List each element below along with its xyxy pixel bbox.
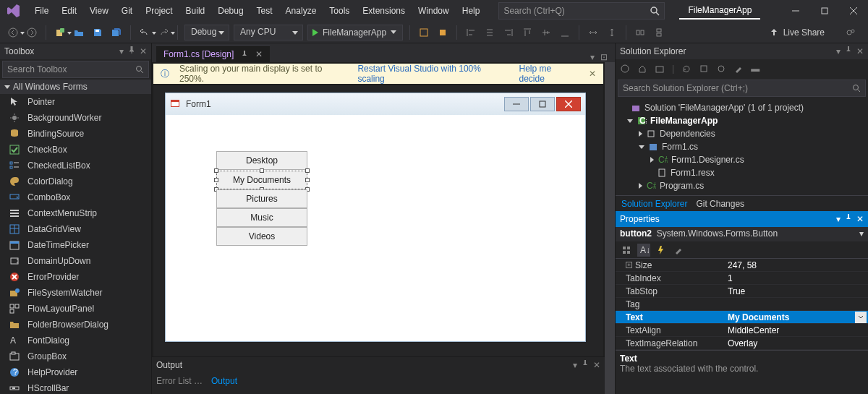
menu-extensions[interactable]: Extensions bbox=[357, 3, 411, 19]
form-button-videos[interactable]: Videos bbox=[216, 227, 307, 246]
toolbox-item-checkbox[interactable]: CheckBox bbox=[0, 142, 151, 158]
open-button[interactable] bbox=[72, 25, 86, 40]
solution-explorer-search[interactable]: Search Solution Explorer (Ctrl+;) bbox=[618, 80, 866, 97]
platform-combo[interactable]: Any CPU bbox=[234, 25, 303, 40]
dependencies-node[interactable]: Dependencies bbox=[616, 127, 868, 140]
property-value[interactable]: My Documents bbox=[728, 311, 868, 323]
output-tab[interactable]: Output bbox=[211, 376, 237, 386]
se-home2-icon[interactable] bbox=[637, 64, 647, 74]
toolbox-item-datetimepicker[interactable]: DateTimePicker bbox=[0, 237, 151, 253]
se-showall-icon[interactable] bbox=[716, 64, 726, 74]
save-all-button[interactable] bbox=[109, 25, 124, 40]
property-row-textalign[interactable]: TextAlignMiddleCenter bbox=[616, 324, 868, 337]
config-combo[interactable]: Debug bbox=[184, 25, 229, 40]
align-left-button[interactable] bbox=[464, 25, 478, 40]
dropdown-icon[interactable]: ▾ bbox=[573, 360, 577, 370]
form-button-pictures[interactable]: Pictures bbox=[216, 189, 307, 208]
menu-debug[interactable]: Debug bbox=[212, 3, 249, 19]
toolbox-item-colordialog[interactable]: ColorDialog bbox=[0, 174, 151, 189]
close-icon[interactable]: ✕ bbox=[140, 46, 147, 56]
menu-view[interactable]: View bbox=[84, 3, 114, 19]
menu-test[interactable]: Test bbox=[251, 3, 278, 19]
solution-node[interactable]: Solution 'FileManagerApp' (1 of 1 projec… bbox=[616, 101, 868, 114]
close-infobar-icon[interactable]: ✕ bbox=[589, 69, 596, 79]
se-sync-icon[interactable] bbox=[655, 64, 665, 74]
align-middle-button[interactable] bbox=[539, 25, 553, 40]
close-button[interactable] bbox=[839, 1, 868, 21]
menu-build[interactable]: Build bbox=[180, 3, 211, 19]
pin-icon[interactable] bbox=[582, 360, 589, 370]
new-item-button[interactable] bbox=[53, 25, 67, 40]
live-share-button[interactable]: Live Share bbox=[769, 27, 825, 38]
toolbox-item-checkedlistbox[interactable]: CheckedListBox bbox=[0, 158, 151, 174]
solution-name-display[interactable]: FileManagerApp bbox=[679, 2, 760, 20]
toolbox-item-datagridview[interactable]: DataGridView bbox=[0, 221, 151, 237]
feedback-button[interactable] bbox=[843, 25, 858, 40]
panel-tab[interactable]: Git Changes bbox=[696, 199, 744, 209]
property-row-tabstop[interactable]: TabStopTrue bbox=[616, 285, 868, 298]
toolbox-item-hscrollbar[interactable]: HScrollBar bbox=[0, 380, 151, 394]
property-value[interactable] bbox=[728, 298, 868, 310]
nav-fwd-button[interactable] bbox=[25, 25, 39, 40]
selection-handle[interactable] bbox=[260, 168, 264, 173]
toolbox-category[interactable]: All Windows Forms bbox=[0, 80, 151, 94]
menu-help[interactable]: Help bbox=[456, 3, 486, 19]
align-top-button[interactable] bbox=[520, 25, 535, 40]
categorized-icon[interactable] bbox=[620, 244, 633, 257]
hspace-button[interactable] bbox=[586, 25, 600, 40]
output-tab[interactable]: Error List … bbox=[156, 376, 203, 386]
minimize-button[interactable] bbox=[781, 1, 810, 21]
menu-project[interactable]: Project bbox=[140, 3, 178, 19]
toolbox-item-groupbox[interactable]: GroupBox bbox=[0, 348, 151, 364]
property-value[interactable]: True bbox=[728, 285, 868, 297]
se-refresh-icon[interactable] bbox=[681, 64, 692, 74]
selection-handle[interactable] bbox=[305, 168, 310, 173]
property-pages-icon[interactable] bbox=[672, 244, 685, 257]
tab-dropdown-icon[interactable]: ▾ bbox=[590, 52, 595, 62]
menu-tools[interactable]: Tools bbox=[323, 3, 355, 19]
toolbox-item-errorprovider[interactable]: ErrorProvider bbox=[0, 269, 151, 285]
expand-icon[interactable]: + bbox=[626, 262, 632, 268]
pin-icon[interactable] bbox=[845, 214, 852, 224]
maximize-pane-icon[interactable]: ⊡ bbox=[600, 52, 608, 62]
toolbox-item-folderbrowserdialog[interactable]: FolderBrowserDialog bbox=[0, 317, 151, 333]
menu-file[interactable]: File bbox=[29, 3, 54, 19]
toolbox-item-filesystemwatcher[interactable]: FileSystemWatcher bbox=[0, 285, 151, 301]
property-value[interactable]: 247, 58 bbox=[728, 259, 868, 271]
form-designer-surface[interactable]: Form1 DesktopMy DocumentsPicturesMusicVi… bbox=[153, 85, 603, 356]
restart-scaling-link[interactable]: Restart Visual Studio with 100% scaling bbox=[357, 64, 509, 84]
alphabetical-icon[interactable]: A↓ bbox=[637, 244, 650, 257]
dropdown-icon[interactable]: ▾ bbox=[836, 214, 841, 224]
dropdown-icon[interactable]: ▾ bbox=[836, 46, 841, 56]
toolbox-item-fontdialog[interactable]: AFontDialog bbox=[0, 333, 151, 348]
property-row-textimagerelation[interactable]: TextImageRelationOverlay bbox=[616, 337, 868, 350]
form-max-button[interactable] bbox=[530, 97, 555, 111]
menu-edit[interactable]: Edit bbox=[56, 3, 82, 19]
property-value[interactable]: MiddleCenter bbox=[728, 324, 868, 336]
form-close-button[interactable] bbox=[556, 97, 581, 111]
toolbox-item-backgroundworker[interactable]: BackgroundWorker bbox=[0, 110, 151, 126]
close-icon[interactable]: ✕ bbox=[856, 46, 864, 56]
tool-btn-b[interactable] bbox=[435, 25, 450, 40]
undo-button[interactable] bbox=[137, 25, 152, 40]
se-properties-icon[interactable] bbox=[733, 64, 744, 74]
selection-handle[interactable] bbox=[305, 178, 310, 182]
form1-resx-node[interactable]: Form1.resx bbox=[616, 166, 868, 179]
property-value[interactable]: Overlay bbox=[728, 337, 868, 349]
menu-git[interactable]: Git bbox=[116, 3, 138, 19]
maximize-button[interactable] bbox=[810, 1, 839, 21]
toolbox-item-contextmenustrip[interactable]: ContextMenuStrip bbox=[0, 205, 151, 221]
form1-designer-node[interactable]: C# Form1.Designer.cs bbox=[616, 153, 868, 166]
form1-cs-node[interactable]: Form1.cs bbox=[616, 140, 868, 153]
menu-window[interactable]: Window bbox=[412, 3, 455, 19]
form-preview-window[interactable]: Form1 DesktopMy DocumentsPicturesMusicVi… bbox=[165, 93, 586, 342]
vertical-scrollbar[interactable] bbox=[605, 62, 615, 394]
property-row-size[interactable]: +Size247, 58 bbox=[616, 259, 868, 272]
start-debug-button[interactable]: FileManagerApp bbox=[307, 25, 403, 40]
project-node[interactable]: C# FileManagerApp bbox=[616, 114, 868, 127]
dropdown-icon[interactable]: ▾ bbox=[119, 46, 124, 56]
property-row-text[interactable]: TextMy Documents bbox=[616, 311, 868, 324]
property-row-tag[interactable]: Tag bbox=[616, 298, 868, 311]
toolbox-item-helpprovider[interactable]: ?HelpProvider bbox=[0, 364, 151, 380]
expand-h-button[interactable] bbox=[633, 25, 647, 40]
